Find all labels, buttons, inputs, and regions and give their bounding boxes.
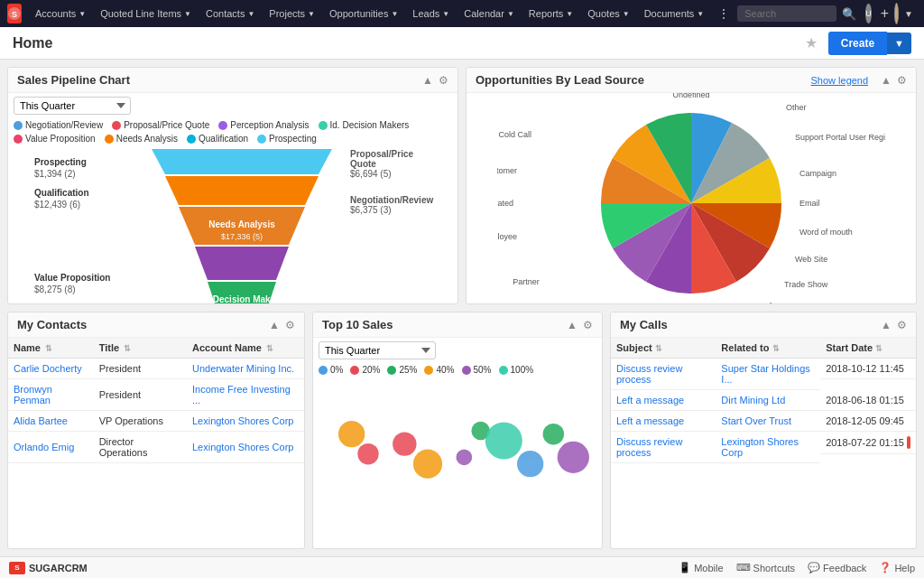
chevron-down-icon: ▼	[507, 10, 514, 18]
sales-pipeline-panel: Sales Pipeline Chart ▲ ⚙ This Quarter La…	[7, 67, 458, 304]
settings-button[interactable]: ⚙	[285, 319, 295, 331]
funnel-labels: Prospecting $1,394 (2) Qualification $12…	[34, 149, 134, 295]
legend-prospecting: Prospecting	[257, 134, 317, 144]
col-start-date[interactable]: Start Date ⇅	[820, 338, 916, 359]
page-title: Home	[13, 35, 805, 51]
nav-projects[interactable]: Projects▼	[263, 0, 321, 27]
contact-title: VP Operations	[94, 411, 187, 432]
settings-button[interactable]: ⚙	[583, 319, 593, 331]
favorite-star-icon[interactable]: ★	[805, 34, 818, 51]
app-logo[interactable]: S	[7, 4, 22, 23]
avatar: U	[865, 4, 872, 23]
svg-point-35	[413, 450, 442, 479]
nav-calendar[interactable]: Calendar▼	[457, 0, 521, 27]
contacts-title: My Contacts	[17, 318, 269, 331]
nav-accounts[interactable]: Accounts▼	[29, 0, 92, 27]
call-subject: Discuss review process	[611, 432, 716, 463]
keyboard-icon: ⌨	[736, 562, 751, 573]
contacts-header-row: Name ⇅ Title ⇅ Account Name ⇅	[8, 338, 304, 359]
user-profile-pic[interactable]	[894, 3, 899, 24]
call-date: 2018-07-22 01:15	[820, 432, 916, 454]
svg-text:Partner: Partner	[513, 277, 540, 286]
chevron-down-icon[interactable]: ▼	[901, 9, 917, 19]
svg-marker-3	[165, 176, 319, 205]
col-account[interactable]: Account Name ⇅	[187, 338, 304, 359]
call-related: Lexington Shores Corp	[716, 432, 820, 463]
opportunities-body: Undefined Other Support Portal User Regi…	[467, 93, 916, 303]
settings-button[interactable]: ⚙	[439, 74, 448, 87]
top10-title: Top 10 Sales	[322, 318, 567, 331]
sales-pipeline-title: Sales Pipeline Chart	[17, 73, 422, 87]
chevron-down-icon: ▼	[697, 10, 704, 18]
nav-documents[interactable]: Documents▼	[638, 0, 711, 27]
chevron-down-icon: ▼	[391, 10, 398, 18]
help-link[interactable]: ❓ Help	[879, 562, 915, 573]
col-title[interactable]: Title ⇅	[94, 338, 187, 359]
pipeline-legend: Negotiation/Review Proposal/Price Quote …	[8, 118, 457, 145]
nav-contacts[interactable]: Contacts▼	[199, 0, 261, 27]
shortcuts-link[interactable]: ⌨ Shortcuts	[736, 562, 795, 573]
settings-button[interactable]: ⚙	[897, 74, 907, 87]
sort-icon: ⇅	[875, 344, 882, 353]
top10-controls: ▲ ⚙	[567, 319, 593, 331]
svg-marker-7	[195, 247, 289, 280]
sort-icon: ⇅	[772, 344, 780, 353]
chevron-down-icon: ▼	[566, 10, 573, 18]
contact-name: Alida Bartee	[8, 411, 94, 432]
top-row: Sales Pipeline Chart ▲ ⚙ This Quarter La…	[7, 67, 917, 304]
collapse-button[interactable]: ▲	[269, 319, 280, 331]
opportunities-panel: Opportunities By Lead Source Show legend…	[466, 67, 917, 304]
legend-40pct: 40%	[424, 365, 454, 375]
legend-proposal: Proposal/Price Quote	[112, 120, 209, 130]
table-row: Bronwyn Penman President Income Free Inv…	[8, 379, 304, 411]
collapse-button[interactable]: ▲	[567, 319, 578, 331]
create-button[interactable]: Create	[828, 32, 887, 55]
svg-point-41	[357, 443, 378, 464]
create-dropdown-button[interactable]: ▼	[887, 33, 911, 54]
col-subject[interactable]: Subject ⇅	[611, 338, 716, 359]
contact-account: Underwater Mining Inc.	[187, 359, 304, 379]
contact-title: President	[94, 359, 187, 379]
add-icon[interactable]: +	[877, 5, 892, 22]
contacts-table: Name ⇅ Title ⇅ Account Name ⇅ Carlie Doc…	[8, 338, 304, 463]
chat-icon: 💬	[808, 562, 820, 573]
search-input[interactable]	[737, 5, 836, 22]
table-row: Discuss review process Lexington Shores …	[611, 432, 916, 463]
feedback-link[interactable]: 💬 Feedback	[808, 562, 866, 573]
sort-icon: ⇅	[266, 344, 273, 353]
sort-icon: ⇅	[45, 344, 52, 353]
main-content: Sales Pipeline Chart ▲ ⚙ This Quarter La…	[0, 60, 924, 556]
calls-body: Subject ⇅ Related to ⇅ Start Date ⇅ Disc…	[611, 338, 916, 548]
chevron-down-icon: ▼	[247, 10, 254, 18]
nav-reports[interactable]: Reports▼	[522, 0, 579, 27]
funnel-right-labels: Proposal/Price Quote$6,694 (5) Negotiati…	[350, 149, 431, 224]
nav-quoted-line-items[interactable]: Quoted Line Items▼	[94, 0, 198, 27]
top10-period-select[interactable]: This Quarter	[319, 341, 436, 359]
svg-point-42	[338, 421, 365, 447]
svg-text:Existing Customer: Existing Customer	[497, 166, 517, 175]
collapse-button[interactable]: ▲	[422, 74, 433, 87]
nav-quotes[interactable]: Quotes▼	[581, 0, 635, 27]
chevron-down-icon: ▼	[308, 10, 315, 18]
panel-controls: ▲ ⚙	[422, 74, 448, 87]
col-related[interactable]: Related to ⇅	[716, 338, 820, 359]
search-button[interactable]: 🔍	[838, 7, 860, 21]
nav-leads[interactable]: Leads▼	[406, 0, 456, 27]
collapse-button[interactable]: ▲	[881, 74, 892, 87]
svg-point-39	[543, 424, 564, 444]
table-row: Carlie Docherty President Underwater Min…	[8, 359, 304, 379]
sales-pipeline-header: Sales Pipeline Chart ▲ ⚙	[8, 68, 457, 93]
nav-opportunities[interactable]: Opportunities▼	[323, 0, 404, 27]
collapse-button[interactable]: ▲	[881, 319, 892, 331]
pipeline-period-select[interactable]: This Quarter Last Quarter This Year	[14, 97, 131, 115]
more-menu-icon[interactable]: ⋮	[712, 6, 735, 21]
top10-sales-panel: Top 10 Sales ▲ ⚙ This Quarter 0% 20% 25%…	[312, 312, 603, 549]
contact-account: Income Free Investing ...	[187, 379, 304, 411]
contact-title: President	[94, 379, 187, 411]
mobile-link[interactable]: 📱 Mobile	[679, 562, 723, 573]
show-legend-button[interactable]: Show legend	[811, 75, 869, 86]
call-related: Dirt Mining Ltd	[716, 390, 820, 411]
col-name[interactable]: Name ⇅	[8, 338, 94, 359]
svg-text:Undefined: Undefined	[672, 93, 709, 99]
settings-button[interactable]: ⚙	[897, 319, 907, 331]
